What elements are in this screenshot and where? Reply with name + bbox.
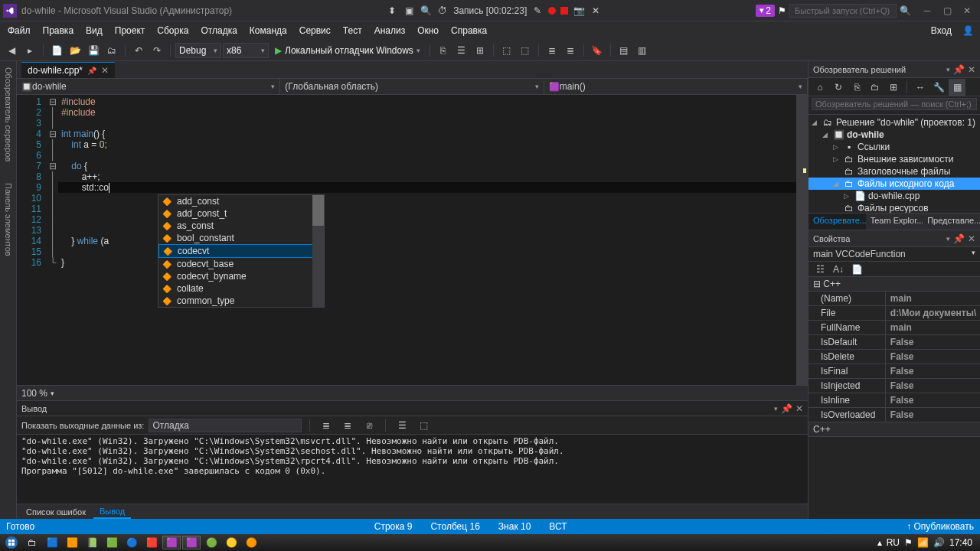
tree-headers[interactable]: 🗀Заголовочные файлы [808,165,980,178]
ptab-class[interactable]: Представле... [923,214,980,230]
properties-grid[interactable]: ⊟ C++(Name)mainFiled:\Мои документы\Full… [808,277,980,519]
props-az-btn[interactable]: A↓ [830,261,847,278]
new-file-button[interactable]: 📄 [48,42,65,59]
tab-output[interactable]: Вывод [93,505,131,519]
rec-nav-icon[interactable]: ⬍ [386,5,398,17]
user-icon[interactable]: 👤 [958,25,978,36]
tb-icon-9[interactable]: ▥ [634,42,651,59]
notification-badge[interactable]: ▾ 2 [756,5,775,17]
menu-test[interactable]: Тест [337,24,368,37]
out-tb-1[interactable]: ≣ [318,417,335,434]
tb-icon-2[interactable]: ☰ [453,42,470,59]
menu-build[interactable]: Сборка [151,24,194,37]
menu-help[interactable]: Справка [445,24,493,37]
save-all-button[interactable]: 🗂 [103,42,120,59]
nav-back-button[interactable]: ◀ [3,42,20,59]
menu-window[interactable]: Окно [411,24,445,37]
task-app-1[interactable]: 🟦 [43,536,61,549]
minimize-button[interactable]: ─ [917,3,937,18]
menu-tools[interactable]: Сервис [293,24,337,37]
prop-row[interactable]: IsOverloadedFalse [808,408,980,422]
panel-close-icon[interactable]: ✕ [968,64,975,75]
search-icon[interactable]: 🔍 [900,5,911,16]
tb-icon-1[interactable]: ⎘ [435,42,452,59]
isense-item[interactable]: 🔶common_type [158,295,324,307]
nav-context-combo[interactable]: (Глобальная область) [280,79,544,94]
config-combo[interactable]: Debug [175,43,221,58]
fold-column[interactable]: ⊟││⊟││⊟││││││││└ [47,95,58,385]
tree-source-file[interactable]: ▷📄do-while.cpp [808,190,980,202]
task-app-4[interactable]: 🟩 [103,536,121,549]
sol-tb-7[interactable]: ▦ [949,79,965,96]
tray-lang[interactable]: RU [887,537,900,548]
props-object[interactable]: main VCCodeFunction ▾ [808,247,980,262]
props-pg-btn[interactable]: 📄 [848,261,865,278]
task-app-7[interactable]: 🟢 [202,536,220,549]
output-pin-icon[interactable]: 📌 [781,403,792,414]
open-button[interactable]: 📂 [67,42,83,59]
props-close-icon[interactable]: ✕ [968,233,975,244]
zoom-dropdown-icon[interactable]: ▾ [51,390,54,397]
output-source-combo[interactable]: Отладка [149,419,302,432]
ptab-solution[interactable]: Обозревате... [808,214,866,230]
pin-icon[interactable]: 📌 [87,67,96,75]
sol-tb-home[interactable]: ⌂ [812,79,828,96]
code-editor[interactable]: 12345678910111213141516 ⊟││⊟││⊟││││││││└… [17,95,808,385]
prop-row[interactable]: FullNamemain [808,321,980,335]
editor-scrollbar[interactable] [796,95,808,385]
nav-fwd-button[interactable]: ▸ [21,42,38,59]
nav-func-combo[interactable]: 🟪 main() [544,79,808,94]
props-cat-btn[interactable]: ☷ [812,261,828,278]
rec-edit-icon[interactable]: ✎ [531,5,544,17]
menu-analyze[interactable]: Анализ [368,24,412,37]
status-publish[interactable]: ↑ Опубликовать [906,521,974,532]
sol-tb-2[interactable]: ⎘ [848,79,865,96]
prop-row[interactable]: IsDefaultFalse [808,335,980,350]
nav-scope-combo[interactable]: 🔲 do-while [17,79,280,94]
tree-sources[interactable]: ◢🗀Файлы исходного кода [808,178,980,190]
ptab-team[interactable]: Team Explor... [866,214,923,230]
isense-item[interactable]: 🔶add_const_t [158,207,324,220]
task-app-5[interactable]: 🔵 [122,536,141,549]
zoom-level[interactable]: 100 % [21,388,47,399]
start-debug-button[interactable]: ▶ Локальный отладчик Windows ▾ [270,45,425,56]
menu-project[interactable]: Проект [109,24,152,37]
task-vs-2[interactable]: 🟪 [182,536,201,549]
rec-zoom-icon[interactable]: 🔍 [420,5,432,17]
tree-solution-root[interactable]: ◢🗂Решение "do-while" (проектов: 1) [808,116,980,129]
sol-tb-6[interactable]: 🔧 [930,79,947,96]
isense-item[interactable]: 🔶add_const [158,195,324,207]
menu-file[interactable]: Файл [2,24,37,37]
quick-launch-input[interactable] [789,4,897,18]
isense-item[interactable]: 🔶codecvt_base [158,258,324,270]
tb-icon-5[interactable]: ⬚ [517,42,534,59]
tab-error-list[interactable]: Список ошибок [20,506,92,518]
tray-vol-icon[interactable]: 🔊 [933,537,945,548]
tb-icon-4[interactable]: ⬚ [498,42,515,59]
isense-item[interactable]: 🔶bool_constant [158,232,324,244]
solution-search-input[interactable] [812,98,977,110]
prop-row[interactable]: Filed:\Мои документы\ [808,306,980,321]
task-vs-1[interactable]: 🟪 [162,536,181,549]
out-tb-4[interactable]: ☰ [394,417,410,434]
isense-scrollbar[interactable] [312,195,324,307]
isense-item[interactable]: 🔶as_const [158,220,324,232]
tree-extdeps[interactable]: ▷🗀Внешние зависимости [808,153,980,165]
tb-icon-3[interactable]: ⊞ [472,42,488,59]
task-app-8[interactable]: 🟡 [222,536,240,549]
menu-debug[interactable]: Отладка [194,24,243,37]
start-button[interactable] [2,535,21,550]
tb-icon-7[interactable]: ≣ [562,42,579,59]
tree-project[interactable]: ◢🔲do-while [808,129,980,141]
out-tb-3[interactable]: ⎚ [361,417,377,434]
task-explorer[interactable]: 🗀 [23,536,41,549]
tab-close-icon[interactable]: ✕ [101,65,109,76]
rail-toolbox[interactable]: Панель элементов [4,180,13,259]
task-app-9[interactable]: 🟠 [242,536,260,549]
prop-row[interactable]: (Name)main [808,292,980,306]
tb-bookmark-icon[interactable]: 🔖 [589,42,606,59]
out-tb-2[interactable]: ≣ [339,417,356,434]
platform-combo[interactable]: x86 [223,43,269,58]
menu-team[interactable]: Команда [243,24,293,37]
rec-close-icon[interactable]: ✕ [590,5,602,17]
